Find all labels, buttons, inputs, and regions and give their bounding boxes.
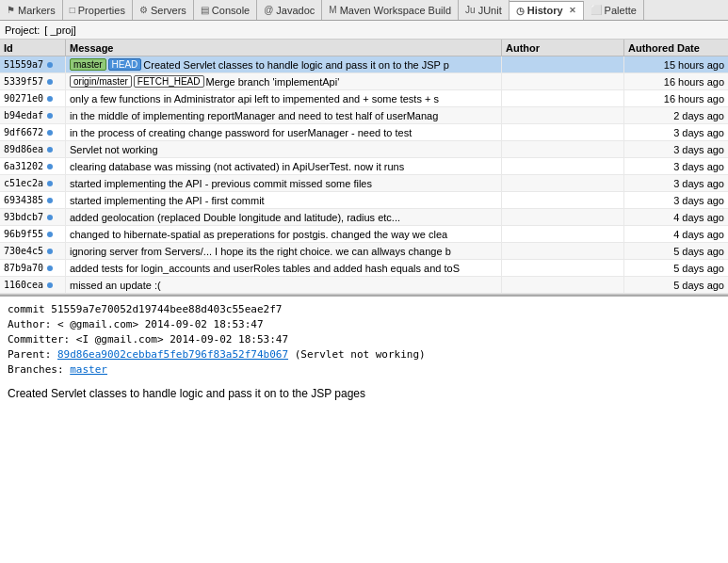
table-row[interactable]: 87b9a70added tests for login_accounts an…	[0, 260, 728, 277]
commit-author-cell	[502, 56, 624, 72]
col-header-date: Authored Date	[624, 40, 728, 56]
commit-date-cell: 3 days ago	[624, 192, 728, 208]
commit-message-cell: origin/masterFETCH_HEADMerge branch 'imp…	[66, 73, 502, 89]
commit-id-text: 87b9a70	[4, 263, 43, 273]
project-label: Project:	[5, 24, 40, 36]
table-row[interactable]: b94edafin the middle of implementing rep…	[0, 107, 728, 124]
history-icon: ◷	[516, 6, 525, 16]
commit-id-cell: 1160cea	[0, 277, 66, 293]
commit-date-cell: 3 days ago	[624, 141, 728, 157]
commit-author-cell	[502, 226, 624, 242]
table-row[interactable]: 89d86eaServlet not working3 days ago	[0, 141, 728, 158]
commit-id-cell: 93bdcb7	[0, 209, 66, 225]
parent-line: Parent: 89d86ea9002cebbaf5feb796f83a52f7…	[8, 347, 720, 362]
author-line: Author: < @gmail.com> 2014-09-02 18:53:4…	[8, 317, 720, 332]
commit-id-text: 51559a7	[4, 59, 43, 70]
graph-dot	[47, 62, 53, 68]
history-tab-close[interactable]: ✕	[569, 6, 576, 15]
table-row[interactable]: 5339f57origin/masterFETCH_HEADMerge bran…	[0, 73, 728, 90]
commit-author-cell	[502, 192, 624, 208]
palette-icon: ⬜	[590, 5, 602, 15]
table-row[interactable]: 93bdcb7added geolocation (replaced Doubl…	[0, 209, 728, 226]
project-value: [ _proj]	[44, 24, 76, 36]
tab-javadoc[interactable]: @ Javadoc	[257, 0, 322, 20]
tab-properties-label: Properties	[78, 5, 125, 16]
commit-date-cell: 4 days ago	[624, 209, 728, 225]
tab-servers[interactable]: ⚙ Servers	[133, 0, 194, 20]
commit-tag: master	[70, 58, 106, 71]
parent-link[interactable]: 89d86ea9002cebbaf5feb796f83a52f74b067	[57, 348, 288, 361]
graph-dot	[47, 265, 53, 271]
graph-dot	[47, 130, 53, 136]
col-header-message: Message	[66, 40, 502, 56]
commit-author-cell	[502, 243, 624, 259]
commit-message-text: started implementing the API - first com…	[70, 195, 265, 206]
commit-hash-line: commit 51559a7e70052d19744bee88d403c55ea…	[8, 302, 720, 317]
tab-junit[interactable]: Ju JUnit	[459, 0, 510, 20]
commit-date-cell: 5 days ago	[624, 260, 728, 276]
branches-label: Branches:	[8, 363, 64, 376]
commit-tag: FETCH_HEAD	[134, 75, 204, 88]
commit-id-text: 9df6672	[4, 127, 43, 137]
maven-icon: M	[329, 5, 336, 15]
commit-message-text: started implementing the API - previous …	[70, 178, 372, 189]
branches-link[interactable]: master	[70, 363, 107, 376]
graph-dot	[47, 79, 53, 85]
table-row[interactable]: 1160ceamissed an update :(5 days ago	[0, 277, 728, 294]
parent-label: Parent:	[8, 348, 51, 361]
graph-dot	[47, 215, 53, 220]
table-row[interactable]: 51559a7masterHEADCreated Servlet classes…	[0, 56, 728, 73]
graph-dot	[47, 113, 53, 119]
commit-message-text: Created Servlet classes to handle logic …	[143, 59, 449, 71]
commit-date-cell: 15 hours ago	[624, 56, 728, 72]
commit-id-cell: 6a31202	[0, 158, 66, 174]
table-row[interactable]: 90271e0only a few functions in Administr…	[0, 90, 728, 107]
tab-properties[interactable]: □ Properties	[63, 0, 133, 20]
commit-message-cell: clearing database was missing (not activ…	[66, 158, 502, 174]
tab-history[interactable]: ◷ History ✕	[510, 1, 584, 21]
properties-icon: □	[70, 5, 75, 15]
commit-id-text: 96b9f55	[4, 229, 43, 239]
tab-maven[interactable]: M Maven Workspace Build	[322, 0, 459, 20]
tab-history-label: History	[527, 5, 563, 16]
commit-date-cell: 3 days ago	[624, 158, 728, 174]
tab-console[interactable]: ▤ Console	[194, 0, 257, 20]
commit-id-text: 6a31202	[4, 161, 43, 171]
commit-message-cell: started implementing the API - first com…	[66, 192, 502, 208]
table-row[interactable]: 96b9f55changed to hibernate-spatial as p…	[0, 226, 728, 243]
table-row[interactable]: c51ec2astarted implementing the API - pr…	[0, 175, 728, 192]
tab-markers[interactable]: ⚑ Markers	[0, 0, 63, 20]
commit-author-cell	[502, 124, 624, 140]
commit-message-cell: added tests for login_accounts and userR…	[66, 260, 502, 276]
commit-id-cell: 5339f57	[0, 73, 66, 89]
commit-id-text: 89d86ea	[4, 144, 43, 154]
tab-junit-label: JUnit	[478, 5, 502, 16]
commit-date-cell: 16 hours ago	[624, 73, 728, 89]
graph-dot	[47, 96, 53, 102]
table-row[interactable]: 6934385started implementing the API - fi…	[0, 192, 728, 209]
tab-palette-label: Palette	[605, 5, 637, 16]
commit-message-cell: only a few functions in Administrator ap…	[66, 90, 502, 106]
commit-author-cell	[502, 209, 624, 225]
table-row[interactable]: 9df6672in the process of creating change…	[0, 124, 728, 141]
commit-id-cell: 87b9a70	[0, 260, 66, 276]
commit-id-text: c51ec2a	[4, 178, 43, 188]
tab-javadoc-label: Javadoc	[276, 5, 315, 16]
commit-date-cell: 5 days ago	[624, 277, 728, 293]
commit-message-cell: in the middle of implementing reportMana…	[66, 107, 502, 123]
tab-console-label: Console	[212, 5, 250, 16]
commit-message-text: ignoring server from Servers/... I hope …	[70, 246, 451, 257]
commit-table-area: Id Message Author Authored Date 51559a7m…	[0, 40, 728, 295]
col-header-id: Id	[0, 40, 66, 56]
markers-icon: ⚑	[7, 5, 15, 15]
tab-palette[interactable]: ⬜ Palette	[584, 0, 644, 20]
commit-message-cell: added geolocation (replaced Double longi…	[66, 209, 502, 225]
tab-servers-label: Servers	[151, 5, 186, 16]
table-body: 51559a7masterHEADCreated Servlet classes…	[0, 56, 728, 294]
table-row[interactable]: 6a31202clearing database was missing (no…	[0, 158, 728, 175]
junit-icon: Ju	[465, 5, 476, 15]
commit-author-cell	[502, 73, 624, 89]
commit-id-text: 1160cea	[4, 280, 43, 290]
table-row[interactable]: 730e4c5ignoring server from Servers/... …	[0, 243, 728, 260]
commit-message-cell: Servlet not working	[66, 141, 502, 157]
